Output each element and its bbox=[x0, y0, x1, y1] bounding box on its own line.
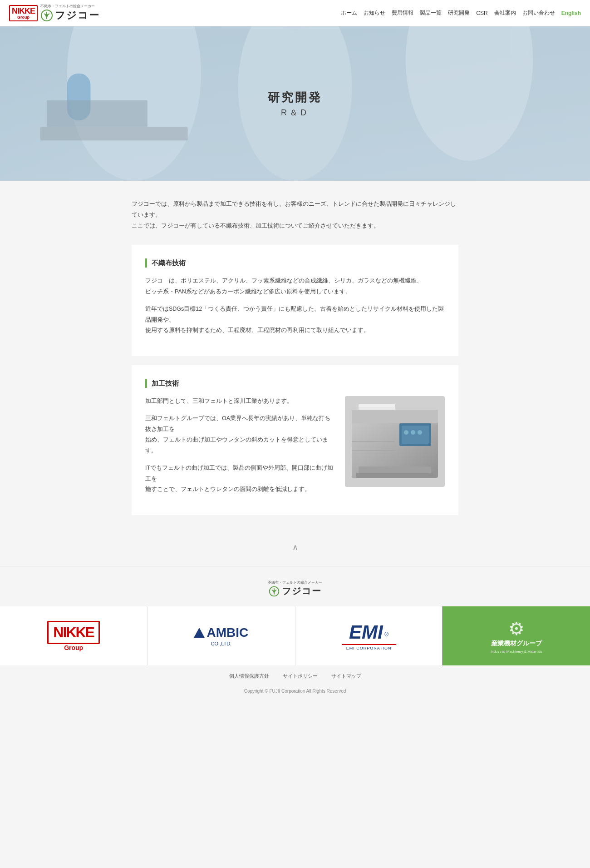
footer-fujico-name: フジコー bbox=[282, 585, 322, 597]
processing-para3: ITでもフェルトの曲げ加工では、製品の側面や外周部、開口部に曲げ加工を 施すこと… bbox=[145, 463, 336, 495]
ambic-text: AMBIC bbox=[206, 625, 248, 640]
svg-rect-21 bbox=[402, 426, 429, 444]
svg-point-24 bbox=[418, 430, 422, 435]
nav-home[interactable]: ホーム bbox=[341, 9, 357, 17]
nonwoven-para1: フジコ は、ポリエステル、アクリル、フッ素系繊維などの合成繊維、シリカ、ガラスな… bbox=[145, 276, 445, 298]
processing-content: 加工部門として、三和フェルトと深川工業があります。 三和フェルトグループでは、O… bbox=[145, 396, 445, 501]
nikke-partner-group: Group bbox=[64, 644, 83, 651]
printer-illustration bbox=[345, 396, 445, 487]
svg-point-22 bbox=[404, 430, 408, 435]
gear-icon: ⚙ bbox=[491, 618, 542, 639]
intro-line2: ここでは、フジコーが有している不織布技術、加工技術についてご紹介させていただきま… bbox=[132, 223, 379, 229]
processing-heading-text: 加工技術 bbox=[152, 379, 179, 388]
nonwoven-section: 不織布技術 フジコ は、ポリエステル、アクリル、フッ素系繊維などの合成繊維、シリ… bbox=[132, 245, 458, 356]
footer-nav-links: 個人情報保護方針 サイトポリシー サイトマップ bbox=[0, 673, 590, 680]
svg-point-1 bbox=[45, 14, 48, 17]
processing-section: 加工技術 加工部門として、三和フェルトと深川工業があります。 三和フェルトグルー… bbox=[132, 365, 458, 515]
emi-logo: EMI ® bbox=[349, 621, 388, 643]
fujico-brand: フジコー bbox=[40, 9, 100, 22]
hero-title-en: R＆D bbox=[268, 107, 322, 118]
industrial-title: 産業機材グループ bbox=[491, 639, 542, 648]
fujico-icon bbox=[40, 9, 53, 22]
footer-link-privacy[interactable]: 個人情報保護方針 bbox=[229, 673, 269, 680]
nav-usage[interactable]: 費用情報 bbox=[392, 9, 413, 17]
nav-rd[interactable]: 研究開発 bbox=[448, 9, 470, 17]
ambic-triangle-icon bbox=[194, 628, 205, 638]
ambic-content: AMBIC CO.,LTD. bbox=[194, 625, 248, 647]
scroll-top-button[interactable]: ∧ bbox=[292, 542, 298, 552]
svg-rect-30 bbox=[359, 404, 395, 407]
footer-logo-inner: フジコー bbox=[269, 585, 322, 597]
footer-fujico: 不織布・フェルトの総合メーカー フジコー bbox=[0, 580, 590, 597]
hero-section: 研究開発 R＆D bbox=[0, 26, 590, 181]
footer-copyright: Copyright © FUJII Corporation All Rights… bbox=[0, 684, 590, 700]
intro-line1: フジコーでは、原料から製品まで加工できる技術を有し、お客様のニーズ、トレンドに合… bbox=[132, 201, 456, 218]
site-header: NIKKE Group 不織布・フェルトの総合メーカー フジコー ホーム お知ら… bbox=[0, 0, 590, 26]
partner-ambic[interactable]: AMBIC CO.,LTD. bbox=[148, 606, 295, 665]
fujico-subtitle: 不織布・フェルトの総合メーカー bbox=[40, 4, 95, 9]
processing-para1: 加工部門として、三和フェルトと深川工業があります。 bbox=[145, 396, 336, 407]
svg-point-32 bbox=[273, 590, 275, 592]
nonwoven-heading: 不織布技術 bbox=[145, 258, 445, 268]
nonwoven-heading-text: 不織布技術 bbox=[152, 259, 186, 268]
scroll-top-area: ∧ bbox=[0, 533, 590, 566]
footer-fujico-subtitle: 不織布・フェルトの総合メーカー bbox=[268, 580, 322, 585]
main-nav: ホーム お知らせ 費用情報 製品一覧 研究開発 CSR 会社案内 お問い合わせ … bbox=[341, 9, 581, 17]
footer-logo-group: 不織布・フェルトの総合メーカー フジコー bbox=[268, 580, 322, 597]
ambic-logo: AMBIC bbox=[194, 625, 248, 640]
intro-text: フジコーでは、原料から製品まで加工できる技術を有し、お客様のニーズ、トレンドに合… bbox=[132, 199, 458, 231]
footer-nav: 個人情報保護方針 サイトポリシー サイトマップ Copyright © FUJI… bbox=[0, 665, 590, 704]
nonwoven-heading-bar bbox=[145, 258, 147, 268]
nav-english[interactable]: English bbox=[561, 10, 581, 16]
fujico-name: フジコー bbox=[55, 9, 100, 22]
nikke-text: NIKKE bbox=[12, 7, 35, 15]
footer-fujico-icon bbox=[269, 586, 280, 597]
nav-products[interactable]: 製品一覧 bbox=[420, 9, 442, 17]
nikke-partner-box: NIKKE bbox=[47, 621, 100, 644]
main-content: フジコーでは、原料から製品まで加工できる技術を有し、お客様のニーズ、トレンドに合… bbox=[0, 181, 590, 533]
ambic-coltd: CO.,LTD. bbox=[211, 641, 232, 646]
hero-title-jp: 研究開発 bbox=[268, 89, 322, 105]
nikke-partner-text: NIKKE bbox=[53, 624, 94, 640]
svg-point-23 bbox=[411, 430, 415, 435]
nav-csr[interactable]: CSR bbox=[476, 10, 487, 16]
nikke-logo: NIKKE Group bbox=[9, 5, 38, 21]
partner-bar: NIKKE Group AMBIC CO.,LTD. EMI ® EMI COR… bbox=[0, 606, 590, 665]
industrial-content: ⚙ 産業機材グループ Industrial Machinery & Materi… bbox=[491, 618, 542, 654]
hero-text: 研究開発 R＆D bbox=[268, 89, 322, 118]
nav-contact[interactable]: お問い合わせ bbox=[522, 9, 555, 17]
partner-nikke[interactable]: NIKKE Group bbox=[0, 606, 148, 665]
nonwoven-para2: 近年ではSDGs目標12「つくる責任、つかう責任」にも配慮した、古着を始めとした… bbox=[145, 304, 445, 336]
emi-text: EMI bbox=[349, 621, 383, 643]
nikke-partner-content: NIKKE Group bbox=[47, 621, 100, 651]
svg-rect-26 bbox=[356, 473, 433, 478]
footer-link-policy[interactable]: サイトポリシー bbox=[283, 673, 318, 680]
group-text: Group bbox=[17, 15, 30, 20]
emi-reg: ® bbox=[384, 631, 388, 638]
emi-content: EMI ® EMI CORPORATION bbox=[342, 621, 396, 650]
nav-news[interactable]: お知らせ bbox=[364, 9, 385, 17]
fujico-logo-area: 不織布・フェルトの総合メーカー フジコー bbox=[40, 4, 100, 22]
partner-emi[interactable]: EMI ® EMI CORPORATION bbox=[295, 606, 443, 665]
processing-heading-bar bbox=[145, 379, 147, 388]
industrial-en: Industrial Machinery & Materials bbox=[491, 650, 542, 654]
processing-text: 加工部門として、三和フェルトと深川工業があります。 三和フェルトグループでは、O… bbox=[145, 396, 336, 501]
footer-link-sitemap[interactable]: サイトマップ bbox=[331, 673, 361, 680]
header-logo: NIKKE Group 不織布・フェルトの総合メーカー フジコー bbox=[9, 4, 100, 22]
svg-rect-19 bbox=[352, 410, 438, 423]
emi-sub: EMI CORPORATION bbox=[346, 646, 392, 650]
footer-logo-area: 不織布・フェルトの総合メーカー フジコー bbox=[0, 566, 590, 606]
processing-image-area bbox=[345, 396, 445, 488]
processing-heading: 加工技術 bbox=[145, 379, 445, 388]
emi-underline bbox=[342, 644, 396, 645]
content-wrap: フジコーでは、原料から製品まで加工できる技術を有し、お客様のニーズ、トレンドに合… bbox=[118, 199, 472, 515]
processing-para2: 三和フェルトグループでは、OA業界へ長年の実績があり、単純な打ち抜き加工を 始め… bbox=[145, 413, 336, 456]
partner-industrial[interactable]: ⚙ 産業機材グループ Industrial Machinery & Materi… bbox=[443, 606, 590, 665]
nav-company[interactable]: 会社案内 bbox=[494, 9, 516, 17]
